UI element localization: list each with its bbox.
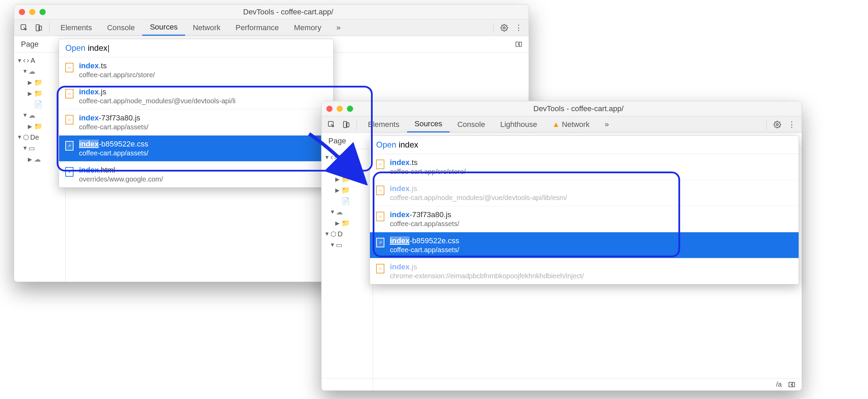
window-title: DevTools - coffee-cart.app/ [360,104,797,113]
html-file-icon: ≡ [65,167,74,177]
tabs-overflow-icon[interactable]: » [329,20,348,36]
tree-file[interactable]: 📄 [17,99,65,110]
tree-folder[interactable]: ▶📁 [17,88,65,99]
tab-lighthouse[interactable]: Lighthouse [493,116,545,132]
file-path: coffee-cart.app/assets/ [390,220,459,228]
tab-elements[interactable]: Elements [53,20,100,36]
svg-rect-9 [789,382,795,387]
svg-point-3 [503,27,505,29]
file-name: index-73f73a80.js [390,210,459,219]
file-result-dimmed[interactable]: ‹› index.js coffee-cart.app/node_modules… [370,180,799,206]
settings-gear-icon[interactable] [770,121,785,128]
js-file-icon: ‹› [65,115,74,125]
file-name: index.js [390,184,567,193]
file-path: coffee-cart.app/src/store/ [390,168,466,176]
main-toolbar: Elements Sources Console Lighthouse ▲ Ne… [322,116,802,133]
open-file-input[interactable]: Open index [370,136,799,154]
file-result[interactable]: ‹› index.js coffee-cart.app/node_modules… [59,83,333,109]
device-toggle-icon[interactable] [340,119,352,130]
file-result-selected[interactable]: ↗ index-b859522e.css coffee-cart.app/ass… [370,232,799,258]
svg-rect-4 [516,42,522,46]
js-file-icon: ‹› [376,160,384,169]
file-path: coffee-cart.app/assets/ [79,123,148,131]
file-tree: ▼A ▼☁ ▶📁 ▶📁 📄 ▼☁ ▶📁 ▼⬡D ▼▭ [322,149,373,390]
file-path: coffee-cart.app/node_modules/@vue/devtoo… [390,194,567,202]
close-button[interactable] [326,106,332,112]
window-title: DevTools - coffee-cart.app/ [53,8,524,16]
titlebar: DevTools - coffee-cart.app/ [14,4,529,20]
tree-file[interactable]: 📄 [324,196,373,207]
file-result[interactable]: ≡ index.html overrides/www.google.com/ [59,162,333,187]
tree-cloud[interactable]: ▼☁ [17,110,65,121]
tree-frame[interactable]: ▼▭ [17,143,65,154]
kebab-menu-icon[interactable]: ⋮ [785,120,799,129]
file-path: coffee-cart.app/src/store/ [79,71,155,79]
file-name: index-b859522e.css [79,140,148,149]
tab-page[interactable]: Page [322,137,353,145]
tree-authored[interactable]: ▼A [17,55,65,66]
file-name: index.html [79,166,163,175]
panel-toggle-icon[interactable] [788,381,796,388]
minimize-button[interactable] [29,9,35,15]
tree-deployed[interactable]: ▼⬡De [17,132,65,143]
tree-deployed[interactable]: ▼⬡D [324,228,373,239]
main-toolbar: Elements Console Sources Network Perform… [14,20,529,36]
tree-folder[interactable]: ▶📁 [17,77,65,88]
file-result[interactable]: ‹› index.ts coffee-cart.app/src/store/ [59,57,333,83]
tree-cloud[interactable]: ▼☁ [17,66,65,77]
open-file-input[interactable]: Open index [59,39,333,57]
tab-memory[interactable]: Memory [286,20,329,36]
maximize-button[interactable] [347,106,353,112]
file-name: index-73f73a80.js [79,114,148,122]
tab-page[interactable]: Page [14,40,45,49]
devtools-tabs: Elements Sources Console Lighthouse ▲ Ne… [360,116,763,132]
maximize-button[interactable] [40,9,46,15]
tree-cloud[interactable]: ▼☁ [324,207,373,218]
minimize-button[interactable] [337,106,343,112]
inspect-icon[interactable] [326,119,337,130]
tree-authored[interactable]: ▼A [324,152,373,163]
file-result[interactable]: ‹› index-73f73a80.js coffee-cart.app/ass… [370,206,799,232]
file-result[interactable]: ‹› index-73f73a80.js coffee-cart.app/ass… [59,109,333,136]
tab-network[interactable]: Network [185,20,228,36]
file-name: index-b859522e.css [390,236,459,245]
traffic-lights [19,9,46,15]
device-toggle-icon[interactable] [33,22,44,34]
file-name: index.js [390,262,584,271]
devtools-window-2: DevTools - coffee-cart.app/ Elements Sou… [321,101,802,391]
tree-cloud[interactable]: ▼☁ [324,163,373,174]
file-path: coffee-cart.app/assets/ [390,246,459,254]
js-file-icon: ‹› [65,63,74,72]
tab-sources[interactable]: Sources [407,116,450,132]
tabs-overflow-icon[interactable]: » [597,116,616,132]
css-file-icon: ↗ [376,238,384,247]
tab-performance[interactable]: Performance [228,20,286,36]
tab-sources[interactable]: Sources [142,20,185,36]
devtools-tabs: Elements Console Sources Network Perform… [53,20,490,36]
kebab-menu-icon[interactable]: ⋮ [511,23,526,32]
file-result-dimmed[interactable]: ‹› index.js chrome-extension://eimadpbcb… [370,258,799,284]
tree-folder[interactable]: ▶📁 [324,185,373,196]
tree-frame[interactable]: ▼▭ [324,239,373,250]
inspect-icon[interactable] [18,22,30,34]
tab-console[interactable]: Console [450,116,493,132]
file-name: index.ts [79,61,155,70]
tab-network[interactable]: ▲ Network [545,116,597,132]
file-name: index.js [79,87,236,96]
titlebar: DevTools - coffee-cart.app/ [322,101,802,116]
file-path: coffee-cart.app/assets/ [79,149,148,157]
tab-elements[interactable]: Elements [360,116,407,132]
tree-folder[interactable]: ▶📁 [17,121,65,132]
file-path: coffee-cart.app/node_modules/@vue/devtoo… [79,97,236,105]
tree-folder[interactable]: ▶📁 [324,174,373,185]
close-button[interactable] [19,9,25,15]
file-result-selected[interactable]: ↗ index-b859522e.css coffee-cart.app/ass… [59,136,333,162]
traffic-lights [326,106,353,112]
settings-gear-icon[interactable] [497,24,511,32]
tree-cloud[interactable]: ▶☁ [17,154,65,165]
svg-point-8 [776,124,778,126]
tab-console[interactable]: Console [100,20,143,36]
tree-folder[interactable]: ▶📁 [324,218,373,228]
file-result[interactable]: ‹› index.ts coffee-cart.app/src/store/ [370,154,799,180]
panel-toggle-icon[interactable] [509,40,529,48]
